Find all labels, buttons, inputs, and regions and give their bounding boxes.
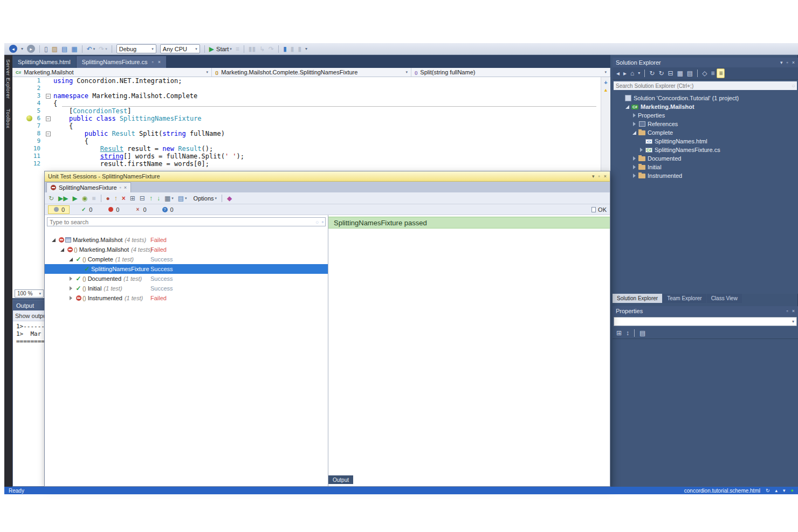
test-tree-row[interactable]: ()Instrumented(1 test)Failed [45,293,328,303]
forward-button[interactable]: ▸ [25,44,37,54]
expander-icon[interactable] [624,105,631,109]
code-line[interactable]: 6− public class SplittingNamesFixture [12,115,610,122]
expander-icon[interactable] [631,113,638,118]
solution-tree-row[interactable]: SplittingNamesFixture.cs [613,146,798,154]
dotcover-icon[interactable]: ◆ [225,194,233,203]
solution-explorer-titlebar[interactable]: Solution Explorer ▾ ▫ × [613,58,798,67]
solution-tree-row[interactable]: Properties [613,111,798,120]
document-tab[interactable]: SplittingNames.html [12,56,76,68]
pin-icon[interactable]: ▫ [120,185,121,190]
code-line[interactable]: 8− public Result Split(string fullName) [12,130,610,137]
debug-configuration-select[interactable]: Debug▾ [116,44,156,53]
options-dropdown[interactable]: Options▾ [190,194,218,203]
undo-icon[interactable]: ↶▾ [85,44,97,54]
failed-filter[interactable]: 0 [103,206,123,213]
next-bookmark-icon[interactable]: ▮ [289,44,296,54]
close-icon[interactable]: × [604,174,607,179]
next-test-icon[interactable]: ↓ [155,194,162,203]
member-dropdown[interactable]: () Split(string fullName) ▾ [411,68,610,77]
save-icon[interactable]: ▤ [60,44,69,54]
search-icon[interactable]: ◌ [792,83,795,88]
run-all-tests-icon[interactable]: ▶▶ [57,194,70,203]
expander-icon[interactable] [67,286,74,291]
panel-tab-solution-explorer[interactable]: Solution Explorer [613,294,662,303]
remove-tests-icon[interactable]: × [120,194,127,203]
test-tree-row[interactable]: ()Marketing.Mailshot(4 tests)Failed [45,245,328,254]
code-line[interactable]: 11 string[] words = fullName.Split(' '); [12,153,610,160]
collapse-all-icon[interactable]: ⊟ [666,68,675,78]
float-icon[interactable]: ▫ [598,174,600,179]
test-search-input[interactable] [47,219,314,225]
start-button[interactable]: ▶Start▾ [208,44,233,54]
refresh-icon[interactable]: ↻ [766,488,770,493]
panel-tab-class-view[interactable]: Class View [707,294,742,303]
window-position-icon[interactable]: ▾ [592,174,595,179]
panel-tab-team-explorer[interactable]: Team Explorer [663,294,706,303]
solution-tree-row[interactable]: Documented [613,154,798,163]
fold-collapse-icon[interactable]: − [46,94,51,99]
attach-icon[interactable]: ≡ [234,44,241,54]
test-tree-row[interactable]: Marketing.Mailshot(4 tests)Failed [45,235,328,245]
warning-marker-icon[interactable]: ▲ [603,87,608,93]
bookmark-icon[interactable]: ▮ [281,44,288,54]
forward-icon[interactable]: ▸ [622,68,628,78]
passed-filter[interactable]: ✓0 [76,206,97,213]
pin-icon[interactable]: ▫ [787,308,788,314]
solution-tree-row[interactable]: Complete [613,128,798,137]
type-dropdown[interactable]: {} Marketing.Mailshot.Complete.Splitting… [212,68,411,77]
previous-test-icon[interactable]: ↑ [148,194,154,203]
expander-icon[interactable] [638,148,645,152]
code-line[interactable]: 4{ [12,100,610,107]
search-icon[interactable]: ◌ [315,219,318,225]
fold-collapse-icon[interactable]: − [46,116,51,121]
aborted-filter[interactable]: ×0 [130,206,150,213]
step-over-icon[interactable]: ↷ [267,44,276,54]
solution-search-input[interactable] [614,83,790,89]
expander-icon[interactable] [631,156,638,161]
project-dropdown[interactable]: C# Marketing.Mailshot ▾ [12,68,212,77]
code-line[interactable]: 1using Concordion.NET.Integration; [12,77,610,85]
sidebar-tab-toolbox[interactable]: Toolbox [5,109,11,128]
expander-icon[interactable] [631,131,638,135]
view-code-icon[interactable]: ◇ [700,68,708,78]
close-icon[interactable]: × [792,308,795,314]
switch-views-dropdown[interactable]: ▾ [636,68,642,78]
new-file-icon[interactable]: ▯ [43,44,50,54]
test-tree-row[interactable]: ✓()Complete(1 test)Success [45,254,328,264]
expander-icon[interactable] [67,296,74,300]
fold-collapse-icon[interactable]: − [46,132,51,136]
run-selected-tests-icon[interactable]: ▶ [71,194,79,203]
sidebar-tab-server-explorer[interactable]: Server Explorer [5,59,11,99]
code-line[interactable]: 7 { [12,122,610,130]
expander-icon[interactable] [631,174,638,178]
home-icon[interactable]: ⌂ [629,68,636,78]
customize-icon[interactable]: ≡ [709,68,716,78]
expander-icon[interactable] [67,277,74,281]
categorized-icon[interactable]: ⊞ [615,328,623,338]
pin-icon[interactable]: ▫ [152,59,153,65]
solution-tree-row[interactable]: SplittingNames.html [613,137,798,146]
expander-icon[interactable] [50,238,57,242]
profile-tests-icon[interactable]: ● [105,194,112,203]
scroll-down-icon[interactable]: ▾ [783,488,786,493]
save-all-icon[interactable]: ▦ [70,44,79,54]
properties-object-select[interactable]: ▾ [614,317,797,326]
toolbar-options-dropdown[interactable]: ▾ [304,44,309,54]
back-icon[interactable]: ◂ [615,68,621,78]
stop-run-icon[interactable]: ■ [90,194,97,203]
solution-tree-row[interactable]: Solution 'Concordion.Tutorial' (1 projec… [613,94,798,102]
preview-selected-items-icon[interactable]: ≡ [717,68,725,78]
solution-tree-row[interactable]: Instrumented [613,171,798,180]
repeat-previous-run-icon[interactable]: ↻ [47,194,56,203]
previous-bookmark-icon[interactable]: ▮ [296,44,303,54]
inconclusive-filter[interactable]: 0 [48,205,70,214]
code-line[interactable]: 12 result.firstName = words[0]; [12,160,610,168]
open-file-icon[interactable]: ▨ [50,44,59,54]
properties-icon[interactable]: ▤ [685,68,694,78]
show-all-files-icon[interactable]: ▦ [676,68,685,78]
refresh-icon[interactable]: ↻ [657,68,665,78]
code-line[interactable]: 9 { [12,137,610,145]
code-line[interactable]: 2 [12,85,610,92]
property-pages-icon[interactable]: ▤ [638,328,647,338]
platform-select[interactable]: Any CPU▾ [160,44,200,53]
